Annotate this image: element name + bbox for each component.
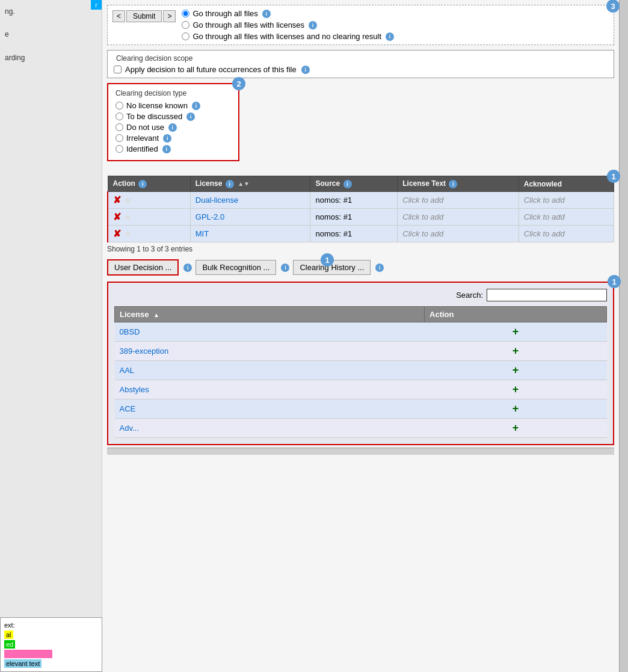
license-name-ACE[interactable]: ACE: [115, 399, 425, 419]
option-all-files[interactable]: Go through all files i: [182, 9, 394, 18]
list-item: 0BSD +: [115, 322, 607, 342]
toolbar-badge: 3: [606, 0, 620, 13]
bulk-recognition-button[interactable]: Bulk Recognition ...: [195, 260, 276, 275]
license-name-0BSD[interactable]: 0BSD: [115, 322, 425, 342]
add-icon-389[interactable]: +: [513, 345, 519, 357]
no-license-info-icon[interactable]: i: [192, 102, 200, 110]
col-license-text: License Text i: [398, 176, 519, 192]
col-license-header[interactable]: License ▲: [115, 307, 425, 322]
option-files-with-licenses[interactable]: Go through all files with licenses i: [182, 20, 394, 29]
table-row: ✘ ★ Dual-license nomos: #1 Click to add …: [108, 192, 614, 209]
row3-lictext[interactable]: Click to add: [398, 226, 519, 242]
add-icon-ACE[interactable]: +: [513, 402, 519, 415]
delete-icon-3[interactable]: ✘: [113, 228, 121, 239]
row2-lictext[interactable]: Click to add: [398, 209, 519, 226]
col-source-info[interactable]: i: [343, 180, 352, 188]
info-icon-3[interactable]: i: [386, 32, 394, 41]
list-item: Adv... +: [115, 419, 607, 438]
star-icon-3[interactable]: ★: [123, 228, 132, 239]
add-cell-ACE[interactable]: +: [425, 399, 607, 419]
bulk-recognition-info-icon[interactable]: i: [281, 264, 289, 272]
row3-action: ✘ ★: [108, 226, 190, 242]
row3-source: nomos: #1: [310, 226, 398, 242]
license-action-table: License ▲ Action 0BSD + 389-exception +: [114, 306, 607, 438]
user-decision-button[interactable]: User Decision ...: [107, 259, 179, 276]
clearing-type-box: Clearing decision type No license known …: [107, 83, 239, 161]
license-name-Abstyles[interactable]: Abstyles: [115, 380, 425, 399]
table-row: ✘ ★ GPL-2.0 nomos: #1 Click to add Click…: [108, 209, 614, 226]
option-identified[interactable]: Identified i: [115, 144, 231, 153]
list-item: 389-exception +: [115, 342, 607, 361]
list-item: ACE +: [115, 399, 607, 419]
license-table-section: Action i License i ▲▼ Source i License T…: [107, 176, 614, 242]
row3-ack[interactable]: Click to add: [519, 226, 614, 242]
submit-button[interactable]: Submit: [126, 10, 162, 22]
option-no-license[interactable]: No license known i: [115, 101, 231, 110]
identified-info-icon[interactable]: i: [162, 145, 171, 153]
col-license-info[interactable]: i: [226, 180, 234, 188]
sort-asc-icon: ▲: [153, 312, 159, 318]
scope-checkbox-label: Apply decision to all future occurrences…: [125, 65, 297, 74]
info-icon-1[interactable]: i: [262, 10, 271, 18]
delete-icon-2[interactable]: ✘: [113, 211, 121, 223]
clearing-type-badge: 2: [232, 77, 245, 90]
add-icon-0BSD[interactable]: +: [513, 325, 519, 338]
legend-title: ext:: [4, 621, 98, 629]
star-icon-1[interactable]: ★: [123, 194, 132, 206]
entries-text: Showing 1 to 3 of 3 entries: [107, 245, 614, 253]
license-table: Action i License i ▲▼ Source i License T…: [107, 176, 614, 242]
prev-button[interactable]: <: [112, 10, 125, 22]
add-icon-Abstyles[interactable]: +: [513, 383, 519, 395]
col-license: License i ▲▼: [190, 176, 310, 192]
license-name-AAL[interactable]: AAL: [115, 361, 425, 380]
legend-item-yellow: al: [4, 630, 13, 639]
next-button[interactable]: >: [163, 10, 176, 22]
search-input[interactable]: [487, 289, 607, 301]
donot-info-icon[interactable]: i: [168, 123, 177, 132]
scope-checkbox[interactable]: [114, 66, 122, 73]
left-sidebar: r ng. e arding ext: al ed elevant text: [0, 0, 102, 672]
col-lictext-info[interactable]: i: [449, 180, 457, 188]
search-row: Search:: [114, 289, 607, 301]
scope-checkbox-row[interactable]: Apply decision to all future occurrences…: [114, 65, 608, 74]
option-irrelevant[interactable]: Irrelevant i: [115, 134, 231, 143]
row1-ack[interactable]: Click to add: [519, 192, 614, 209]
info-icon-2[interactable]: i: [309, 21, 317, 29]
license-name-Adv[interactable]: Adv...: [115, 419, 425, 438]
bottom-legend: ext: al ed elevant text: [0, 617, 102, 672]
add-cell-AAL[interactable]: +: [425, 361, 607, 380]
user-decision-info-icon[interactable]: i: [183, 264, 192, 272]
buttons-badge: 1: [321, 253, 334, 267]
discussed-info-icon[interactable]: i: [186, 113, 195, 121]
col-license-sort[interactable]: ▲▼: [238, 180, 250, 187]
add-icon-AAL[interactable]: +: [513, 364, 519, 376]
add-cell-Abstyles[interactable]: +: [425, 380, 607, 399]
option-files-no-clearing[interactable]: Go through all files with licenses and n…: [182, 32, 394, 41]
scope-info-icon[interactable]: i: [301, 66, 310, 74]
row1-license[interactable]: Dual-license: [190, 192, 310, 209]
table-row: ✘ ★ MIT nomos: #1 Click to add Click to …: [108, 226, 614, 242]
option-do-not-use[interactable]: Do not use i: [115, 123, 231, 132]
row1-lictext[interactable]: Click to add: [398, 192, 519, 209]
license-name-389[interactable]: 389-exception: [115, 342, 425, 361]
scrollbar-right[interactable]: [619, 0, 628, 672]
add-icon-Adv[interactable]: +: [513, 422, 519, 434]
add-cell-0BSD[interactable]: +: [425, 322, 607, 342]
row3-license[interactable]: MIT: [190, 226, 310, 242]
top-toolbar: < Submit > Go through all files i Go thr…: [107, 5, 614, 45]
scope-title: Clearing decision scope: [114, 54, 608, 63]
option-to-be-discussed[interactable]: To be discussed i: [115, 112, 231, 121]
row2-ack[interactable]: Click to add: [519, 209, 614, 226]
star-icon-2[interactable]: ★: [123, 211, 132, 223]
col-action-info[interactable]: i: [138, 180, 147, 188]
clearing-history-info-icon[interactable]: i: [375, 264, 384, 272]
add-cell-389[interactable]: +: [425, 342, 607, 361]
add-cell-Adv[interactable]: +: [425, 419, 607, 438]
file-filter-options: Go through all files i Go through all fi…: [182, 9, 394, 41]
bottom-scrollbar[interactable]: [107, 448, 614, 455]
legend-item-blue: elevant text: [4, 659, 42, 668]
irrelevant-info-icon[interactable]: i: [163, 134, 171, 143]
col-acknowledged: Acknowled: [519, 176, 614, 192]
delete-icon-1[interactable]: ✘: [113, 194, 121, 206]
row2-license[interactable]: GPL-2.0: [190, 209, 310, 226]
